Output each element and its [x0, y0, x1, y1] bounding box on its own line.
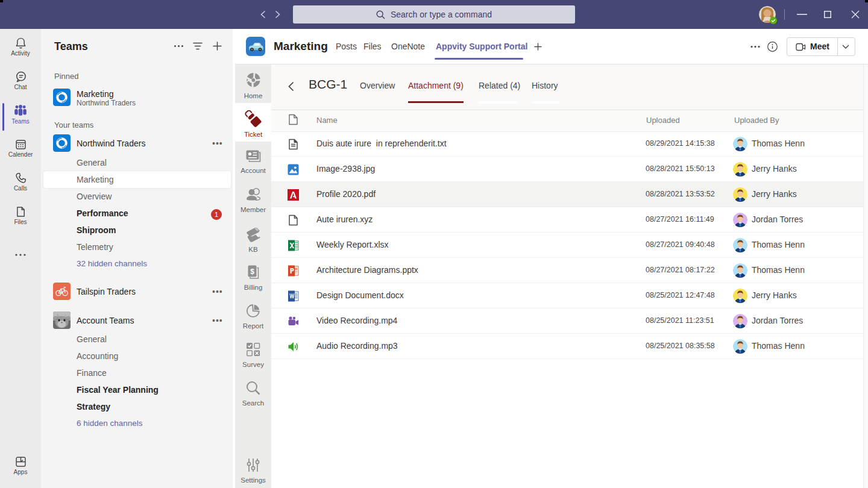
- svg-text:$: $: [250, 267, 254, 276]
